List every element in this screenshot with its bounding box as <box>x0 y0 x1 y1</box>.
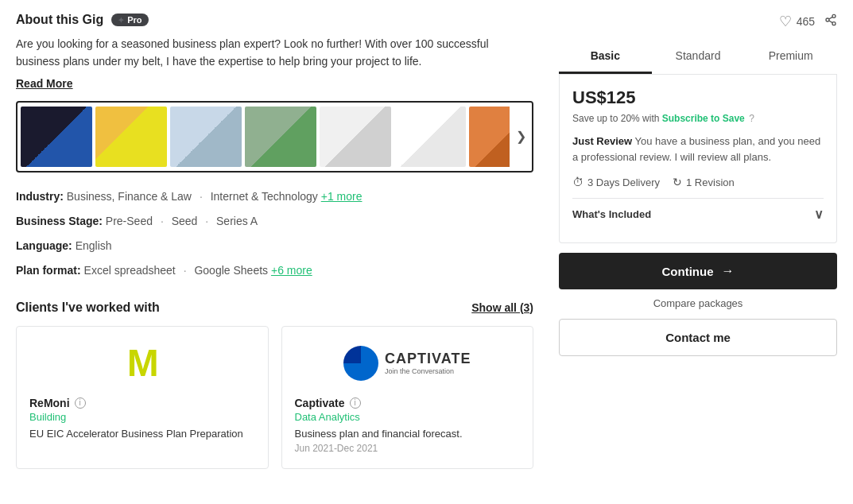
language-value: English <box>76 239 112 252</box>
clients-grid: M ReMoni i Building EU EIC Accelerator B… <box>16 326 533 469</box>
format-value: Excel spreadsheet · Google Sheets <box>84 264 268 277</box>
pro-badge: ✦ Pro <box>111 14 148 26</box>
remoni-tag: Building <box>29 411 255 423</box>
captivate-date: Jun 2021-Dec 2021 <box>295 443 521 454</box>
industry-row: Industry: Business, Finance & Law · Inte… <box>16 187 533 207</box>
remoni-info-icon[interactable]: i <box>75 397 86 409</box>
gig-description: Are you looking for a seasoned business … <box>16 35 533 71</box>
captivate-circle <box>343 346 378 381</box>
industry-value1: Business, Finance & Law <box>67 190 192 203</box>
captivate-info-icon[interactable]: i <box>350 397 361 409</box>
language-row: Language: English <box>16 236 533 256</box>
package-price: US$125 <box>572 87 636 107</box>
carousel-thumb-3[interactable] <box>170 107 242 167</box>
captivate-project: Business plan and financial forecast. <box>295 428 521 440</box>
pro-badge-label: Pro <box>127 15 142 25</box>
continue-label: Continue <box>662 265 714 278</box>
subscribe-link[interactable]: Subscribe to Save <box>662 113 745 124</box>
captivate-tag: Data Analytics <box>295 411 521 423</box>
remoni-logo-text: M <box>127 341 157 385</box>
svg-point-1 <box>826 18 829 21</box>
captivate-logo-wrapper: CAPTIVATE Join the Conversation <box>343 346 471 381</box>
carousel-next-button[interactable]: ❯ <box>510 103 532 171</box>
language-label: Language: <box>16 239 72 252</box>
like-count: 465 <box>797 15 815 28</box>
package-meta: ⏱ 3 Days Delivery ↻ 1 Revision <box>572 176 824 188</box>
tab-basic[interactable]: Basic <box>559 40 652 74</box>
tab-standard[interactable]: Standard <box>652 40 745 74</box>
remoni-project: EU EIC Accelerator Business Plan Prepara… <box>29 428 255 440</box>
right-column: ♡ 465 Basic Standard Premium US$125 <box>559 13 837 469</box>
revisions-text: 1 Revision <box>686 176 735 188</box>
show-all-link[interactable]: Show all (3) <box>471 301 533 314</box>
right-col-top-actions: ♡ 465 <box>559 13 837 30</box>
stage-label: Business Stage: <box>16 215 103 227</box>
tab-premium[interactable]: Premium <box>744 40 837 74</box>
clients-title: Clients I've worked with <box>16 300 160 315</box>
carousel-thumb-5[interactable] <box>320 107 391 167</box>
format-row: Plan format: Excel spreadsheet · Google … <box>16 261 533 281</box>
captivate-sub-text: Join the Conversation <box>385 367 471 375</box>
chevron-down-icon: ∨ <box>814 207 824 222</box>
client-card-remoni: M ReMoni i Building EU EIC Accelerator B… <box>16 326 269 469</box>
compare-packages-link[interactable]: Compare packages <box>559 297 837 309</box>
clients-header: Clients I've worked with Show all (3) <box>16 300 533 315</box>
left-column: About this Gig ✦ Pro Are you looking for… <box>16 13 533 469</box>
stage-row: Business Stage: Pre-Seed · Seed · Series… <box>16 211 533 231</box>
subscribe-row: Save up to 20% with Subscribe to Save ? <box>572 113 824 124</box>
package-desc-bold: Just Review <box>572 135 632 147</box>
share-icon[interactable] <box>824 14 837 29</box>
industry-extra-link[interactable]: +1 more <box>321 190 363 203</box>
metadata-section: Industry: Business, Finance & Law · Inte… <box>16 187 533 281</box>
industry-label: Industry: <box>16 190 64 203</box>
package-card: US$125 Save up to 20% with Subscribe to … <box>559 75 837 243</box>
carousel-thumb-2[interactable] <box>95 107 167 167</box>
remoni-logo: M <box>29 339 255 387</box>
whats-included-row[interactable]: What's Included ∨ <box>572 198 824 230</box>
delivery-text: 3 Days Delivery <box>587 176 660 188</box>
image-carousel: ❯ <box>16 101 533 173</box>
like-row: ♡ 465 <box>779 13 815 30</box>
continue-arrow-icon: → <box>722 264 735 278</box>
package-description: Just Review You have a business plan, an… <box>572 134 824 165</box>
carousel-thumb-7[interactable] <box>469 107 510 167</box>
stage-value: Pre-Seed · Seed · Series A <box>106 215 258 227</box>
subscribe-help-icon[interactable]: ? <box>749 113 754 124</box>
pro-badge-icon: ✦ <box>118 16 124 25</box>
svg-point-2 <box>832 22 836 25</box>
delivery-meta: ⏱ 3 Days Delivery <box>572 176 660 188</box>
industry-value2: Internet & Technology <box>211 190 318 203</box>
svg-point-0 <box>832 14 836 17</box>
whats-included-label: What's Included <box>572 208 651 220</box>
remoni-name: ReMoni <box>29 397 70 409</box>
carousel-thumb-4[interactable] <box>245 107 316 167</box>
carousel-thumb-1[interactable] <box>21 107 92 167</box>
captivate-name: Captivate <box>295 397 345 409</box>
gig-title-row: About this Gig ✦ Pro <box>16 13 533 27</box>
gig-title: About this Gig <box>16 13 103 27</box>
captivate-name-text: CAPTIVATE <box>385 351 471 367</box>
svg-line-3 <box>829 21 833 23</box>
format-extra-link[interactable]: +6 more <box>271 264 312 277</box>
client-card-captivate: CAPTIVATE Join the Conversation Captivat… <box>281 326 534 469</box>
contact-me-button[interactable]: Contact me <box>559 319 837 356</box>
subscribe-text: Save up to 20% with <box>572 113 659 124</box>
package-tabs: Basic Standard Premium <box>559 40 837 75</box>
captivate-logo: CAPTIVATE Join the Conversation <box>295 339 521 387</box>
continue-button[interactable]: Continue → <box>559 253 837 289</box>
format-label: Plan format: <box>16 264 81 277</box>
price-row: US$125 <box>572 87 824 108</box>
refresh-icon: ↻ <box>673 176 682 188</box>
dot1: · <box>200 190 203 203</box>
captivate-text-block: CAPTIVATE Join the Conversation <box>385 351 471 375</box>
revisions-meta: ↻ 1 Revision <box>673 176 735 188</box>
remoni-name-row: ReMoni i <box>29 397 255 409</box>
read-more-link[interactable]: Read More <box>16 77 73 90</box>
heart-icon[interactable]: ♡ <box>779 13 792 30</box>
carousel-inner <box>17 103 510 170</box>
carousel-thumb-6[interactable] <box>394 107 466 167</box>
svg-line-4 <box>829 17 833 19</box>
captivate-name-row: Captivate i <box>295 397 521 409</box>
clock-icon: ⏱ <box>572 176 584 188</box>
